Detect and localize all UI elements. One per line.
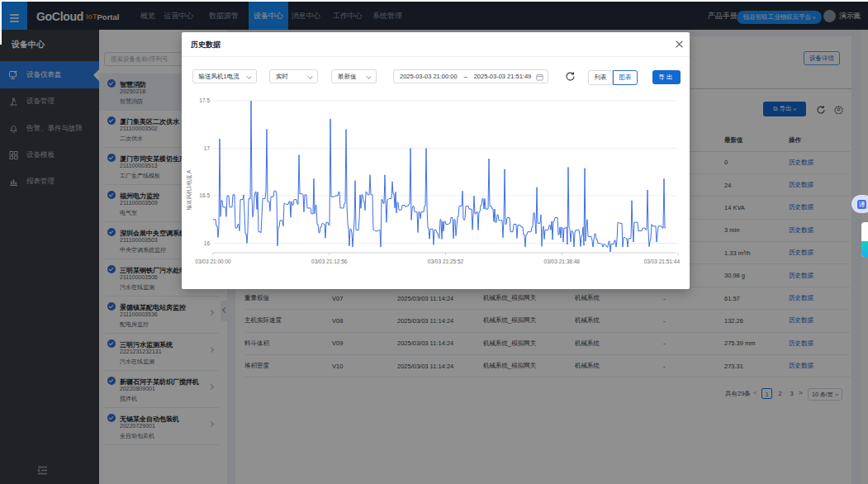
svg-text:03/03 21:38:48: 03/03 21:38:48: [544, 259, 581, 264]
svg-text:输送风机1电流 A: 输送风机1电流 A: [186, 169, 192, 210]
svg-text:16.5: 16.5: [199, 192, 210, 198]
svg-text:03/03 21:00:00: 03/03 21:00:00: [195, 259, 231, 264]
svg-text:03/03 21:12:56: 03/03 21:12:56: [311, 259, 348, 264]
svg-text:03/03 21:25:52: 03/03 21:25:52: [428, 259, 464, 264]
svg-text:17.5: 17.5: [199, 97, 210, 103]
svg-text:17: 17: [204, 145, 211, 151]
svg-text:16: 16: [204, 240, 211, 246]
svg-text:03/03 21:51:44: 03/03 21:51:44: [644, 259, 681, 264]
